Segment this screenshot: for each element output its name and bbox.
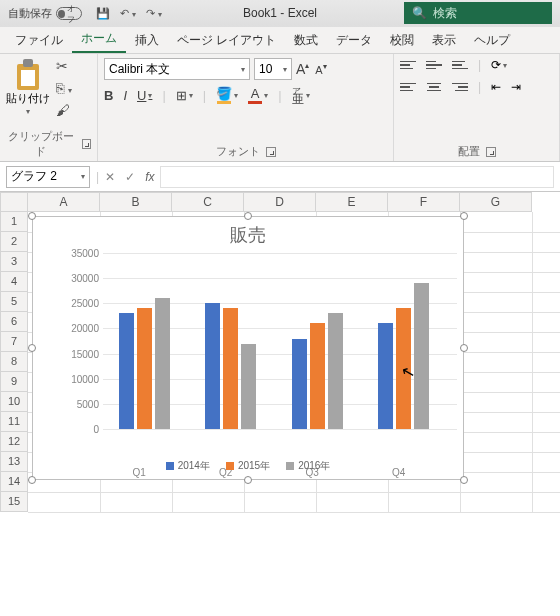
row-header[interactable]: 4 — [0, 272, 28, 292]
selection-handle[interactable] — [460, 476, 468, 484]
cut-icon[interactable]: ✂ — [56, 58, 72, 74]
formula-input[interactable] — [160, 166, 554, 188]
tab-数式[interactable]: 数式 — [285, 28, 327, 53]
selection-handle[interactable] — [28, 344, 36, 352]
selection-handle[interactable] — [460, 212, 468, 220]
autosave-label: 自動保存 — [8, 6, 52, 21]
chart-bar[interactable] — [292, 339, 307, 430]
chart-plot-area[interactable]: 05000100001500020000250003000035000Q1Q2Q… — [67, 253, 457, 429]
row-header[interactable]: 5 — [0, 292, 28, 312]
group-clipboard: 貼り付け ▾ ✂ ⎘ ▾ 🖌 クリップボード — [0, 54, 98, 161]
tab-校閲[interactable]: 校閲 — [381, 28, 423, 53]
clipboard-dialog-launcher[interactable] — [82, 139, 91, 149]
tab-表示[interactable]: 表示 — [423, 28, 465, 53]
chart-bar[interactable] — [328, 313, 343, 429]
tab-ホーム[interactable]: ホーム — [72, 26, 126, 53]
tab-データ[interactable]: データ — [327, 28, 381, 53]
column-header[interactable]: A — [28, 192, 100, 212]
font-name-dropdown[interactable]: Calibri 本文▾ — [104, 58, 250, 80]
decrease-font-icon[interactable]: A▾ — [315, 62, 326, 76]
chart-bar[interactable] — [414, 283, 429, 429]
orientation-button[interactable]: ⟳ ▾ — [491, 58, 507, 72]
column-header[interactable]: G — [460, 192, 532, 212]
redo-icon[interactable]: ↷ ▾ — [146, 7, 162, 20]
fill-color-button[interactable]: 🪣 ▾ — [216, 86, 238, 104]
column-header[interactable]: D — [244, 192, 316, 212]
chart-title[interactable]: 販売 — [33, 223, 463, 247]
copy-icon[interactable]: ⎘ ▾ — [56, 80, 72, 96]
chart-bar[interactable] — [378, 323, 393, 429]
paste-button[interactable]: 貼り付け ▾ — [6, 58, 50, 116]
decrease-indent-icon[interactable]: ⇤ — [491, 80, 501, 94]
bold-button[interactable]: B — [104, 88, 113, 103]
selection-handle[interactable] — [460, 344, 468, 352]
selection-handle[interactable] — [28, 212, 36, 220]
legend-item[interactable]: 2014年 — [166, 459, 210, 473]
chart-bar[interactable] — [205, 303, 220, 429]
name-box[interactable]: グラフ 2▾ — [6, 166, 90, 188]
undo-icon[interactable]: ↶ ▾ — [120, 7, 136, 20]
chart-bar[interactable] — [119, 313, 134, 429]
column-header[interactable]: C — [172, 192, 244, 212]
row-header[interactable]: 1 — [0, 212, 28, 232]
tab-ページ レイアウト[interactable]: ページ レイアウト — [168, 28, 285, 53]
search-box[interactable]: 🔍 検索 — [404, 2, 552, 24]
row-header[interactable]: 9 — [0, 372, 28, 392]
selection-handle[interactable] — [244, 476, 252, 484]
enter-formula-icon[interactable]: ✓ — [125, 170, 135, 184]
row-header[interactable]: 15 — [0, 492, 28, 512]
autosave-toggle[interactable]: 自動保存 オフ — [8, 6, 82, 21]
border-button[interactable]: ⊞ ▾ — [176, 88, 193, 103]
chart-legend[interactable]: 2014年2015年2016年 — [33, 459, 463, 473]
chart-bar[interactable] — [155, 298, 170, 429]
toggle-switch[interactable]: オフ — [56, 7, 82, 20]
align-middle-icon[interactable] — [426, 58, 442, 72]
font-size-dropdown[interactable]: 10▾ — [254, 58, 292, 80]
row-header[interactable]: 2 — [0, 232, 28, 252]
tab-挿入[interactable]: 挿入 — [126, 28, 168, 53]
row-header[interactable]: 10 — [0, 392, 28, 412]
tab-ファイル[interactable]: ファイル — [6, 28, 72, 53]
underline-button[interactable]: U ▾ — [137, 88, 152, 103]
align-left-icon[interactable] — [400, 80, 416, 94]
row-header[interactable]: 13 — [0, 452, 28, 472]
formula-bar: グラフ 2▾ | ✕ ✓ fx — [0, 162, 560, 192]
chart-bar[interactable] — [137, 308, 152, 429]
italic-button[interactable]: I — [123, 88, 127, 103]
format-painter-icon[interactable]: 🖌 — [56, 102, 72, 118]
select-all-corner[interactable] — [0, 192, 28, 212]
row-header[interactable]: 3 — [0, 252, 28, 272]
fx-icon[interactable]: fx — [145, 170, 154, 184]
phonetic-button[interactable]: ア亜 ▾ — [292, 87, 310, 104]
increase-font-icon[interactable]: A▴ — [296, 61, 309, 77]
legend-item[interactable]: 2016年 — [286, 459, 330, 473]
chart-object[interactable]: 販売 05000100001500020000250003000035000Q1… — [32, 216, 464, 480]
row-header[interactable]: 6 — [0, 312, 28, 332]
cancel-formula-icon[interactable]: ✕ — [105, 170, 115, 184]
font-dialog-launcher[interactable] — [266, 147, 276, 157]
font-color-button[interactable]: A ▾ — [248, 86, 268, 104]
chart-bar[interactable] — [241, 344, 256, 429]
column-header[interactable]: B — [100, 192, 172, 212]
chart-bar[interactable] — [310, 323, 325, 429]
alignment-dialog-launcher[interactable] — [486, 147, 496, 157]
row-header[interactable]: 14 — [0, 472, 28, 492]
row-header[interactable]: 7 — [0, 332, 28, 352]
save-icon[interactable]: 💾 — [96, 7, 110, 20]
selection-handle[interactable] — [244, 212, 252, 220]
ribbon-tabs: ファイルホーム挿入ページ レイアウト数式データ校閲表示ヘルプ — [0, 27, 560, 54]
row-header[interactable]: 8 — [0, 352, 28, 372]
align-center-icon[interactable] — [426, 80, 442, 94]
chart-bar[interactable] — [223, 308, 238, 429]
column-header[interactable]: F — [388, 192, 460, 212]
row-header[interactable]: 12 — [0, 432, 28, 452]
align-bottom-icon[interactable] — [452, 58, 468, 72]
align-right-icon[interactable] — [452, 80, 468, 94]
tab-ヘルプ[interactable]: ヘルプ — [465, 28, 519, 53]
legend-item[interactable]: 2015年 — [226, 459, 270, 473]
increase-indent-icon[interactable]: ⇥ — [511, 80, 521, 94]
selection-handle[interactable] — [28, 476, 36, 484]
column-header[interactable]: E — [316, 192, 388, 212]
row-header[interactable]: 11 — [0, 412, 28, 432]
align-top-icon[interactable] — [400, 58, 416, 72]
